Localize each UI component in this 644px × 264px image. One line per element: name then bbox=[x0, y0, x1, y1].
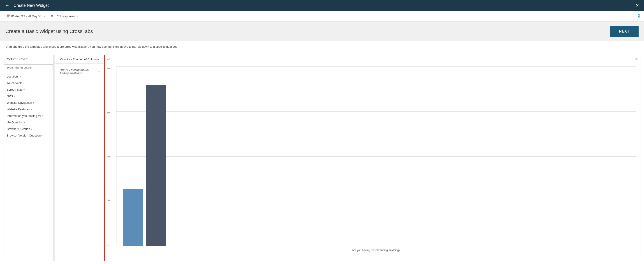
attribute-item[interactable]: Browser Question▾ bbox=[4, 126, 53, 132]
attribute-label: UA Question bbox=[7, 121, 23, 124]
column-drop-zone: Are you having trouble finding anything?… bbox=[55, 64, 104, 261]
row-question-arrow-icon: ▾ bbox=[98, 70, 99, 73]
attribute-label: NPS bbox=[7, 94, 13, 98]
attribute-arrow-icon: ▾ bbox=[31, 108, 32, 110]
database-icon[interactable]: 🗄 bbox=[636, 14, 640, 19]
row-question-label: Are you having trouble finding anything? bbox=[60, 68, 98, 75]
attribute-label: Browser Version Question bbox=[7, 134, 40, 137]
y-label: 20 bbox=[107, 199, 110, 202]
date-arrow-icon: ▾ bbox=[44, 15, 45, 17]
attribute-panel: Column Chart Location-▾Touchpoints▾Scree… bbox=[4, 55, 53, 261]
attribute-label: Website Navigation bbox=[7, 101, 32, 104]
date-range-filter[interactable]: 📅 01 Aug '19 - 28 May '21 ▾ bbox=[4, 11, 48, 22]
x-axis-line bbox=[116, 246, 636, 246]
attribute-label: Website Features bbox=[7, 108, 30, 111]
next-button[interactable]: NEXT bbox=[610, 26, 638, 37]
y-label: 40 bbox=[107, 155, 110, 158]
title-bar: ← Create New Widget ✕ bbox=[0, 0, 644, 11]
calendar-icon: 📅 bbox=[6, 15, 10, 18]
attribute-arrow-icon: ▾ bbox=[24, 121, 25, 124]
y-label: 80 bbox=[107, 67, 110, 70]
attribute-label: Touchpoints bbox=[7, 81, 22, 85]
chart-panel: ⤢ ≡ 020406080 Are you having trouble fin… bbox=[105, 55, 640, 261]
chart-type-label: Column Chart bbox=[4, 55, 53, 63]
bars-container bbox=[123, 67, 630, 246]
responses-filter[interactable]: ⚗ 5769 responses ▾ bbox=[48, 11, 82, 22]
attribute-item[interactable]: NPS▾ bbox=[4, 93, 53, 99]
y-label: 60 bbox=[107, 111, 110, 114]
attribute-label: Screen Size bbox=[7, 88, 22, 91]
attribute-item[interactable]: Touchpoints▾ bbox=[4, 80, 53, 86]
attribute-arrow-icon: ▾ bbox=[20, 75, 21, 78]
bar-dark bbox=[146, 85, 166, 247]
attribute-arrow-icon: ▾ bbox=[33, 101, 34, 104]
y-label: 0 bbox=[107, 243, 110, 246]
x-axis-label: Are you having trouble finding anything? bbox=[116, 249, 636, 252]
close-button[interactable]: ✕ bbox=[634, 2, 640, 9]
back-button[interactable]: ← bbox=[4, 2, 11, 9]
instruction-text: Drag and drop the attributes and chose a… bbox=[0, 41, 644, 52]
attribute-item[interactable]: UA Question▾ bbox=[4, 119, 53, 126]
attribute-arrow-icon: ▾ bbox=[24, 88, 24, 91]
attribute-arrow-icon: ▾ bbox=[23, 82, 24, 84]
filter-bar: 📅 01 Aug '19 - 28 May '21 ▾ ⚗ 5769 respo… bbox=[0, 11, 644, 22]
responses-arrow-icon: ▾ bbox=[77, 15, 78, 17]
attribute-arrow-icon: ▾ bbox=[42, 115, 43, 117]
attribute-arrow-icon: ▾ bbox=[14, 95, 15, 97]
panel-divider bbox=[53, 55, 55, 261]
attribute-list: Location-▾Touchpoints▾Screen Size▾NPS▾We… bbox=[4, 72, 53, 261]
attribute-item[interactable]: Information you looking for▾ bbox=[4, 112, 53, 119]
attribute-item[interactable]: Website Navigation▾ bbox=[4, 99, 53, 106]
page-title: Create a Basic Widget using CrossTabs bbox=[6, 29, 93, 34]
window-title: Create New Widget bbox=[14, 3, 634, 8]
date-range-label: 01 Aug '19 - 28 May '21 bbox=[11, 15, 42, 18]
main-content: Column Chart Location-▾Touchpoints▾Scree… bbox=[0, 52, 644, 264]
filter-icon: ⚗ bbox=[50, 15, 53, 18]
attribute-label: Information you looking for bbox=[7, 114, 41, 117]
row-question-item[interactable]: Are you having trouble finding anything?… bbox=[58, 66, 102, 77]
y-axis: 020406080 bbox=[107, 67, 110, 246]
attribute-arrow-icon: ▾ bbox=[31, 128, 32, 130]
chart-area: 020406080 Are you having trouble finding… bbox=[105, 63, 640, 261]
y-axis-line bbox=[116, 67, 116, 246]
expand-icon[interactable]: ⤢ bbox=[107, 57, 110, 61]
search-input[interactable] bbox=[4, 64, 53, 71]
chart-menu-icon[interactable]: ≡ bbox=[635, 57, 638, 61]
chart-toolbar: ⤢ ≡ bbox=[105, 55, 640, 63]
responses-label: 5769 responses bbox=[54, 15, 76, 18]
bar-blue bbox=[123, 189, 143, 246]
attribute-item[interactable]: Website Features▾ bbox=[4, 106, 53, 112]
attribute-label: Location- bbox=[7, 75, 19, 78]
chart-grid: 020406080 bbox=[116, 67, 636, 246]
attribute-label: Browser Question bbox=[7, 127, 30, 131]
attribute-arrow-icon: ▾ bbox=[42, 134, 43, 137]
attribute-item[interactable]: Location-▾ bbox=[4, 73, 53, 80]
count-fraction-label: Count as Fraction of Columns bbox=[55, 55, 104, 64]
attribute-item[interactable]: Browser Version Question▾ bbox=[4, 132, 53, 139]
header-section: Create a Basic Widget using CrossTabs NE… bbox=[0, 22, 644, 41]
attribute-item[interactable]: Screen Size▾ bbox=[4, 86, 53, 93]
columns-panel: Count as Fraction of Columns Are you hav… bbox=[55, 55, 105, 261]
